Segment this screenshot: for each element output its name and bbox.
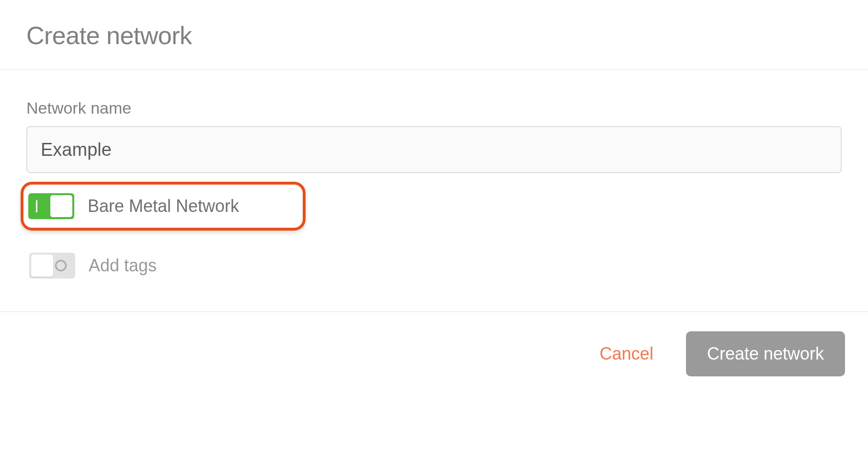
toggle-knob-icon — [50, 195, 72, 217]
bare-metal-toggle[interactable] — [28, 193, 74, 219]
add-tags-row: Add tags — [29, 244, 842, 287]
dialog-title: Create network — [26, 21, 842, 50]
bare-metal-row: Bare Metal Network — [21, 182, 306, 231]
create-network-dialog: Create network Network name Bare Metal N… — [0, 0, 868, 396]
dialog-header: Create network — [0, 0, 868, 70]
add-tags-label: Add tags — [89, 256, 157, 276]
dialog-footer: Cancel Create network — [0, 312, 868, 396]
toggle-knob-icon — [31, 255, 53, 277]
cancel-button[interactable]: Cancel — [594, 340, 659, 368]
add-tags-toggle[interactable] — [29, 253, 75, 279]
create-network-button[interactable]: Create network — [686, 331, 845, 376]
network-name-label: Network name — [26, 99, 842, 117]
bare-metal-label: Bare Metal Network — [88, 196, 239, 216]
network-name-field: Network name — [26, 99, 842, 173]
dialog-body: Network name Bare Metal Network Add tags — [0, 70, 868, 312]
network-name-input[interactable] — [26, 126, 842, 173]
